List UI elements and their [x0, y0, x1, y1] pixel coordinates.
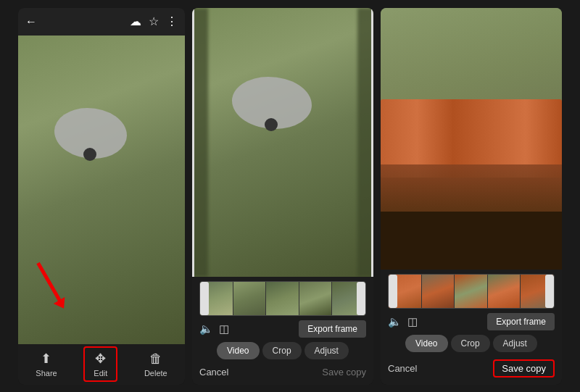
- film-handle-right[interactable]: [357, 282, 365, 315]
- filmstrip-inner-3: [389, 275, 554, 308]
- volume-icon-2[interactable]: 🔈: [199, 322, 213, 335]
- back-icon[interactable]: ←: [25, 15, 37, 28]
- tab-video-3[interactable]: Video: [405, 335, 447, 352]
- tab-crop-2[interactable]: Crop: [262, 342, 302, 359]
- photo-bg-wood: [381, 8, 562, 270]
- more-icon[interactable]: ⋮: [166, 14, 178, 28]
- save-copy-btn-3[interactable]: Save copy: [493, 359, 555, 378]
- export-frame-btn-3[interactable]: Export frame: [487, 313, 555, 330]
- filmstrip-inner: [200, 282, 365, 315]
- controls-row-panel2: 🔈 ◫ Export frame: [199, 320, 366, 338]
- dark-circle: [83, 148, 96, 161]
- screen-icon-3[interactable]: ◫: [407, 315, 418, 328]
- delete-icon: 🗑: [149, 351, 162, 367]
- top-bar-right-icons: ☁ ☆ ⋮: [130, 14, 178, 28]
- share-label: Share: [36, 369, 57, 378]
- filmstrip-panel3: [388, 274, 555, 309]
- top-bar-panel1: ← ☁ ☆ ⋮: [18, 8, 185, 36]
- nav-share[interactable]: ⬆ Share: [27, 348, 65, 380]
- share-icon: ⬆: [41, 351, 51, 367]
- bottom-bar-panel2: 🔈 ◫ Export frame Video Crop Adjust Cance…: [192, 277, 373, 385]
- delete-label: Delete: [144, 369, 167, 378]
- panel-3: 🔈 ◫ Export frame Video Crop Adjust Cance…: [381, 8, 562, 385]
- film-seg3-3: [455, 275, 488, 308]
- save-copy-btn-2[interactable]: Save copy: [322, 367, 366, 378]
- dark-ground: [381, 212, 562, 269]
- export-frame-btn-2[interactable]: Export frame: [299, 320, 366, 338]
- red-arrow-panel1: [36, 262, 61, 301]
- panel-1: ← ☁ ☆ ⋮ ⬆ Share: [18, 8, 185, 385]
- tab-adjust-3[interactable]: Adjust: [493, 335, 537, 352]
- cancel-btn-2[interactable]: Cancel: [199, 367, 228, 378]
- blur-left: [192, 8, 208, 277]
- screen-icon-2[interactable]: ◫: [219, 322, 229, 335]
- panel-2: 🔈 ◫ Export frame Video Crop Adjust Cance…: [192, 8, 373, 385]
- dark-circle-2: [265, 118, 278, 131]
- tab-row-panel3: Video Crop Adjust: [388, 335, 555, 352]
- image-area-panel1: [18, 36, 185, 344]
- tab-row-panel2: Video Crop Adjust: [199, 342, 366, 359]
- volume-icon-3[interactable]: 🔈: [388, 315, 402, 328]
- edit-label: Edit: [94, 369, 107, 378]
- star-icon[interactable]: ☆: [149, 14, 159, 28]
- filmstrip-panel2: [199, 281, 366, 316]
- film-seg2: [233, 282, 267, 315]
- tab-crop-3[interactable]: Crop: [451, 335, 490, 352]
- film-seg3-2: [422, 275, 455, 308]
- cancel-btn-3[interactable]: Cancel: [388, 363, 417, 374]
- film-handle-right-3[interactable]: [545, 275, 554, 308]
- photo-background: [18, 36, 185, 344]
- film-seg4: [299, 282, 333, 315]
- crop-border-right: [371, 8, 373, 277]
- nav-edit[interactable]: ✥ Edit: [83, 346, 117, 382]
- image-area-panel3: [381, 8, 562, 270]
- tab-adjust-2[interactable]: Adjust: [304, 342, 349, 359]
- action-row-panel2: Cancel Save copy: [199, 364, 366, 380]
- tab-video-2[interactable]: Video: [217, 342, 259, 359]
- bottom-nav: ⬆ Share ✥ Edit 🗑 Delete: [18, 344, 185, 385]
- ground-area: [381, 164, 562, 217]
- film-seg3-4: [488, 275, 521, 308]
- bottom-bar-panel3: 🔈 ◫ Export frame Video Crop Adjust Cance…: [381, 270, 562, 385]
- photo-bg-panel2: [192, 8, 373, 277]
- film-handle-left-3[interactable]: [389, 275, 397, 308]
- film-handle-left[interactable]: [200, 282, 209, 315]
- image-area-panel2: [192, 8, 373, 277]
- crop-border-left: [192, 8, 194, 277]
- nav-delete[interactable]: 🗑 Delete: [136, 349, 176, 380]
- edit-icon: ✥: [95, 351, 106, 367]
- main-container: ← ☁ ☆ ⋮ ⬆ Share: [0, 0, 580, 392]
- controls-row-panel3: 🔈 ◫ Export frame: [388, 313, 555, 330]
- upload-icon[interactable]: ☁: [130, 14, 141, 28]
- film-seg3: [266, 282, 299, 315]
- action-row-panel3: Cancel Save copy: [388, 356, 555, 380]
